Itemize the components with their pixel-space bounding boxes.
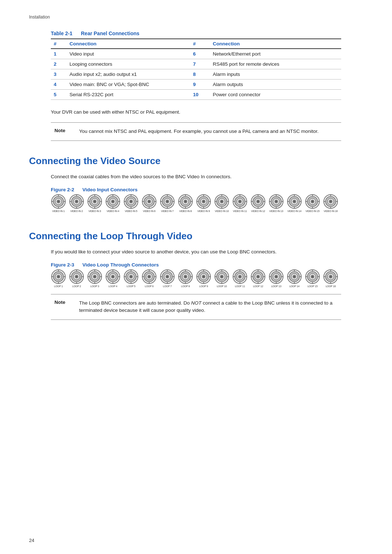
bnc-connector: LOOP 10	[214, 269, 229, 288]
row-desc2: RS485 port for remote devices	[210, 59, 341, 69]
bnc-connector: VIDEO IN 8	[178, 194, 193, 212]
col-num2-header: #	[182, 39, 210, 49]
row-num2: 10	[182, 90, 210, 100]
svg-point-40	[131, 201, 132, 202]
bnc-label: VIDEO IN 3	[89, 210, 101, 212]
row-desc2: Power cord connector	[210, 90, 341, 100]
video-loop-connectors-row: LOOP 1 LOOP 2	[51, 269, 341, 288]
bnc-connector: LOOP 5	[123, 269, 139, 288]
row-num2: 9	[182, 80, 210, 90]
bnc-connector: VIDEO IN 4	[105, 194, 121, 212]
svg-point-247	[258, 276, 259, 277]
row-num1: 3	[51, 69, 66, 80]
bnc-label: VIDEO IN 16	[324, 210, 338, 212]
bnc-connector: VIDEO IN 5	[123, 194, 139, 212]
row-desc1: Video main: BNC or VGA; Spot-BNC	[66, 80, 182, 90]
svg-point-121	[294, 201, 295, 202]
figure3-num: Figure 2-3	[51, 262, 74, 268]
bnc-connector: VIDEO IN 11	[232, 194, 248, 212]
bnc-label: VIDEO IN 8	[179, 210, 192, 212]
svg-point-31	[113, 201, 114, 202]
video-input-connectors-row: VIDEO IN 1 VIDEO IN 2	[51, 194, 341, 212]
bnc-label: LOOP 2	[72, 285, 81, 288]
note1-label: Note	[54, 128, 72, 133]
svg-point-166	[94, 276, 95, 277]
bnc-connector: VIDEO IN 2	[69, 194, 84, 212]
bnc-label: VIDEO IN 7	[161, 210, 174, 212]
figure3-title-text: Video Loop Through Connectors	[82, 262, 159, 268]
bnc-label: LOOP 3	[90, 285, 99, 288]
bnc-connector: LOOP 4	[105, 269, 121, 288]
bnc-connector: LOOP 16	[323, 269, 338, 288]
section2-para: If you would like to connect your video …	[51, 248, 341, 256]
table-number: Table 2-1	[51, 30, 73, 36]
ntsc-pal-paragraph: Your DVR can be used with either NTSC or…	[51, 109, 341, 116]
svg-point-184	[131, 276, 132, 277]
row-desc1: Audio input x2; audio output x1	[66, 69, 182, 80]
svg-point-193	[149, 276, 150, 277]
svg-point-76	[203, 201, 204, 202]
bnc-label: LOOP 8	[181, 285, 190, 288]
bnc-label: LOOP 11	[235, 285, 245, 288]
bnc-connector: VIDEO IN 14	[287, 194, 302, 212]
bnc-label: VIDEO IN 5	[125, 210, 138, 212]
svg-point-112	[276, 201, 277, 202]
row-num2: 6	[182, 49, 210, 59]
figure3-title: Figure 2-3 Video Loop Through Connectors	[51, 262, 341, 268]
bnc-label: VIDEO IN 14	[287, 210, 301, 212]
svg-point-139	[330, 201, 331, 202]
section1-para: Connect the coaxial cables from the vide…	[51, 173, 341, 180]
breadcrumb: Installation	[29, 15, 363, 20]
table-row: 1 Video input 6 Network/Ethernet port	[51, 49, 341, 59]
svg-point-211	[185, 276, 186, 277]
bnc-label: LOOP 12	[253, 285, 263, 288]
table-title: Table 2-1 Rear Panel Connections	[51, 30, 341, 36]
bnc-label: VIDEO IN 9	[197, 210, 210, 212]
bnc-label: LOOP 16	[326, 285, 336, 288]
bnc-label: VIDEO IN 15	[306, 210, 319, 212]
svg-point-4	[58, 201, 59, 202]
row-desc1: Video input	[66, 49, 182, 59]
bnc-label: VIDEO IN 10	[215, 210, 229, 212]
page-number: 24	[29, 538, 34, 543]
connections-table: # Connection # Connection 1 Video input …	[51, 38, 341, 100]
bnc-connector: LOOP 15	[305, 269, 320, 288]
svg-point-238	[240, 276, 241, 277]
svg-point-49	[149, 201, 150, 202]
row-num1: 5	[51, 90, 66, 100]
row-num1: 1	[51, 49, 66, 59]
bnc-label: LOOP 5	[127, 285, 135, 288]
row-desc2: Alarm inputs	[210, 69, 341, 80]
bnc-connector: LOOP 7	[160, 269, 175, 288]
note-box-1: Note You cannot mix NTSC and PAL equipme…	[51, 122, 341, 140]
svg-point-157	[76, 276, 77, 277]
bnc-connector: VIDEO IN 3	[87, 194, 102, 212]
bnc-label: LOOP 1	[54, 285, 63, 288]
bnc-label: VIDEO IN 12	[251, 210, 265, 212]
svg-point-202	[167, 276, 168, 277]
row-desc1: Serial RS-232C port	[66, 90, 182, 100]
section2-heading: Connecting the Loop Through Video	[29, 231, 363, 242]
note-box-2: Note The Loop BNC connectors are auto te…	[51, 294, 341, 320]
bnc-label: LOOP 7	[163, 285, 172, 288]
bnc-connector: LOOP 3	[87, 269, 102, 288]
bnc-label: VIDEO IN 1	[52, 210, 65, 212]
col-conn2-header: Connection	[210, 39, 341, 49]
bnc-label: VIDEO IN 2	[70, 210, 83, 212]
svg-point-130	[312, 201, 313, 202]
bnc-connector: LOOP 14	[287, 269, 302, 288]
bnc-connector: VIDEO IN 1	[51, 194, 66, 212]
col-num1-header: #	[51, 39, 66, 49]
bnc-label: LOOP 6	[145, 285, 154, 288]
bnc-label: LOOP 10	[217, 285, 227, 288]
figure2-container: Figure 2-2 Video Input Connectors	[51, 187, 341, 212]
bnc-connector: LOOP 11	[232, 269, 248, 288]
row-num2: 8	[182, 69, 210, 80]
figure2-title: Figure 2-2 Video Input Connectors	[51, 187, 341, 192]
row-desc2: Alarm outputs	[210, 80, 341, 90]
row-num1: 2	[51, 59, 66, 69]
figure2-title-text: Video Input Connectors	[82, 187, 138, 192]
bnc-connector: VIDEO IN 9	[196, 194, 211, 212]
table-row: 3 Audio input x2; audio output x1 8 Alar…	[51, 69, 341, 80]
table-row: 2 Looping connectors 7 RS485 port for re…	[51, 59, 341, 69]
